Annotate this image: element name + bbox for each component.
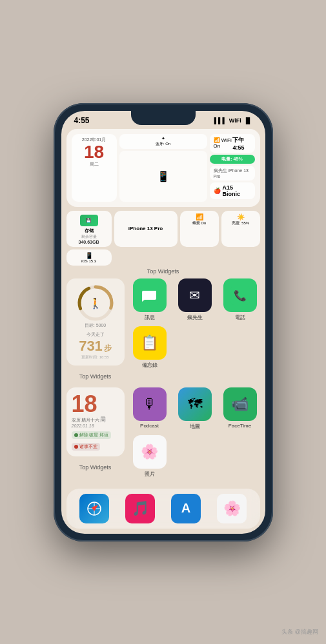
app-messages-icon[interactable] [133, 278, 167, 312]
app-photos-wrap[interactable]: 🌸 照片 [130, 435, 170, 478]
app-crazy-label: 瘋先生 [187, 314, 203, 321]
dock-music-icon[interactable]: 🎵 [125, 494, 155, 523]
device-name: 疯先生 iPhone 13 Pro [214, 168, 251, 179]
bluetooth-cell: ✦ 蓝牙: On [119, 134, 207, 149]
info-widget: 2022年01月 18 周二 📶 WiFi On 下午 4:55 电量: 45% [66, 129, 260, 207]
main-two-col: 🚶 目标: 5000 今天走了 731 步 更新时间: 16:55 [66, 278, 260, 384]
app-maps-icon[interactable]: 🗺 [178, 387, 212, 421]
step-goal: 目标: 5000 [85, 322, 106, 329]
status-time: 4:55 [74, 116, 90, 125]
step-update: 更新时间: 16:55 [81, 355, 108, 360]
wifi-row: 📶 WiFi On 下午 4:55 [210, 134, 255, 153]
apple-logo-icon: 🍎 [214, 188, 221, 194]
step-widget-label: Top Widgets [66, 373, 125, 380]
step-circle: 🚶 [76, 284, 115, 322]
cal-lunar: 农历 腊月十六 [72, 417, 119, 424]
right-apps: 訊息 ✉ 瘋先生 [130, 278, 260, 384]
status-icons: ▌▌▌ WiFi ▐▌ [214, 117, 252, 124]
widget-right: ✦ 蓝牙: On 📱 [119, 134, 207, 202]
cellular-cell: 📶 蜂窝 On [180, 211, 219, 247]
dock-safari-icon[interactable] [79, 494, 109, 523]
storage-remaining: 剩余容量 [69, 234, 109, 240]
bottom-info-row: 💾 存储 剩余容量 340.63GB iPhone 13 Pro 📶 蜂窝 On… [66, 211, 260, 266]
app-notes-icon[interactable]: 📋 [133, 326, 167, 360]
app-facetime-wrap[interactable]: 📹 FaceTime [220, 387, 260, 430]
app-photos-label: 照片 [145, 471, 155, 478]
iphone-model-cell: iPhone 13 Pro [114, 211, 178, 247]
app-notes-wrap[interactable]: 📋 備忘錄 [130, 326, 170, 369]
storage-label: 存储 [69, 228, 109, 234]
left-widgets: 🚶 目标: 5000 今天走了 731 步 更新时间: 16:55 [66, 278, 125, 384]
date-weekday: 周二 [74, 161, 114, 168]
app-grid-top: 訊息 ✉ 瘋先生 [130, 278, 260, 369]
app-facetime-icon[interactable]: 📹 [223, 387, 257, 421]
cellular-status: 蜂窝 On [183, 220, 216, 226]
step-unit: 步 [104, 343, 112, 354]
battery-icon: ▐▌ [244, 117, 252, 124]
signal-icon: ▌▌▌ [214, 117, 227, 124]
cal-date: 2022.01.18 [72, 424, 119, 428]
cal-tag-red: 诸事不宜 [72, 443, 100, 451]
phone-preview-icon: 📱 [119, 151, 207, 202]
dock-appstore-icon[interactable]: A [171, 494, 201, 523]
cal-bad-label: 诸事不宜 [79, 444, 97, 450]
date-day: 18 [74, 143, 114, 161]
phone-frame: 4:55 ▌▌▌ WiFi ▐▌ 2022年01月 18 周二 [54, 103, 273, 542]
ios-cell: 📱 iOS 15.3 [66, 249, 112, 266]
wifi-label: 📶 WiFi On [214, 137, 233, 149]
svg-text:📞: 📞 [234, 289, 247, 302]
app-phone-icon[interactable]: 📞 [223, 278, 257, 312]
dock-photos-icon[interactable]: 🌸 [217, 494, 247, 523]
ios-version: iOS 15.3 [69, 259, 109, 263]
app-photos-icon[interactable]: 🌸 [133, 435, 167, 469]
app-maps-wrap[interactable]: 🗺 地圖 [175, 387, 215, 430]
widget-center: 📶 WiFi On 下午 4:55 电量: 45% 疯先生 iPhone 13 … [210, 134, 255, 199]
step-prefix: 今天走了 [87, 331, 105, 338]
app-podcast-icon[interactable]: 🎙 [133, 387, 167, 421]
chip-name: A15 Bionic [223, 184, 251, 197]
chip-cell: 🍎 A15 Bionic [210, 182, 255, 199]
app-facetime-label: FaceTime [229, 423, 251, 429]
calendar-widget-label: Top Widgets [66, 464, 125, 471]
app-maps-label: 地圖 [190, 423, 200, 430]
ios-icon: 📱 [69, 252, 109, 259]
cal-day: 18 [72, 393, 97, 416]
watermark: 头条 @搞趣网 [281, 628, 318, 636]
app-messages-wrap[interactable]: 訊息 [130, 278, 170, 321]
bluetooth-label: 蓝牙: On [156, 142, 170, 146]
brightness-label: 亮度: 55% [224, 220, 258, 226]
app-phone-wrap[interactable]: 📞 電話 [220, 278, 260, 321]
cal-good-label: 解除 破屋 坏垣 [79, 432, 109, 438]
app-crazy-wrap[interactable]: ✉ 瘋先生 [175, 278, 215, 321]
brightness-cell: ☀️ 亮度: 55% [221, 211, 260, 247]
phone-content[interactable]: 2022年01月 18 周二 📶 WiFi On 下午 4:55 电量: 45% [61, 126, 265, 486]
brightness-icon: ☀️ [224, 213, 258, 220]
bluetooth-icon: ✦ [161, 136, 165, 141]
time-display: 下午 4:55 [232, 136, 250, 151]
svg-marker-10 [92, 505, 98, 511]
step-walk-icon: 🚶 [89, 297, 102, 309]
app-crazy-icon[interactable]: ✉ [178, 278, 212, 312]
step-count: 731 [79, 338, 103, 355]
wifi-icon: WiFi [229, 117, 241, 124]
phone-screen: 4:55 ▌▌▌ WiFi ▐▌ 2022年01月 18 周二 [61, 111, 265, 534]
storage-icon: 💾 [80, 215, 98, 226]
app-phone-label: 電話 [235, 314, 245, 321]
cellular-icon: 📶 [183, 213, 216, 220]
app-podcast-wrap[interactable]: 🎙 Podcast [130, 387, 170, 430]
step-widget: 🚶 目标: 5000 今天走了 731 步 更新时间: 16:55 [66, 278, 125, 366]
cal-tag-green: 解除 破屋 坏垣 [72, 431, 112, 439]
app-messages-label: 訊息 [145, 314, 155, 321]
red-dot [74, 445, 78, 449]
app-notes-label: 備忘錄 [142, 362, 158, 369]
status-bar: 4:55 ▌▌▌ WiFi ▐▌ [61, 111, 265, 126]
battery-row: 电量: 45% [210, 155, 255, 164]
section-label-1: Top Widgets [66, 268, 260, 275]
page-wrapper: 4:55 ▌▌▌ WiFi ▐▌ 2022年01月 18 周二 [0, 0, 326, 644]
app-podcast-label: Podcast [140, 423, 159, 429]
date-cell: 2022年01月 18 周二 [72, 134, 117, 202]
calendar-col: 18 周二 农历 腊月十六 2022.01.18 解除 破屋 坏垣 [66, 387, 125, 483]
app-grid-bottom: 🎙 Podcast 🗺 地圖 📹 FaceTime [130, 387, 260, 478]
dock: 🎵 A 🌸 [66, 489, 260, 529]
calendar-widget: 18 周二 农历 腊月十六 2022.01.18 解除 破屋 坏垣 [66, 387, 125, 456]
